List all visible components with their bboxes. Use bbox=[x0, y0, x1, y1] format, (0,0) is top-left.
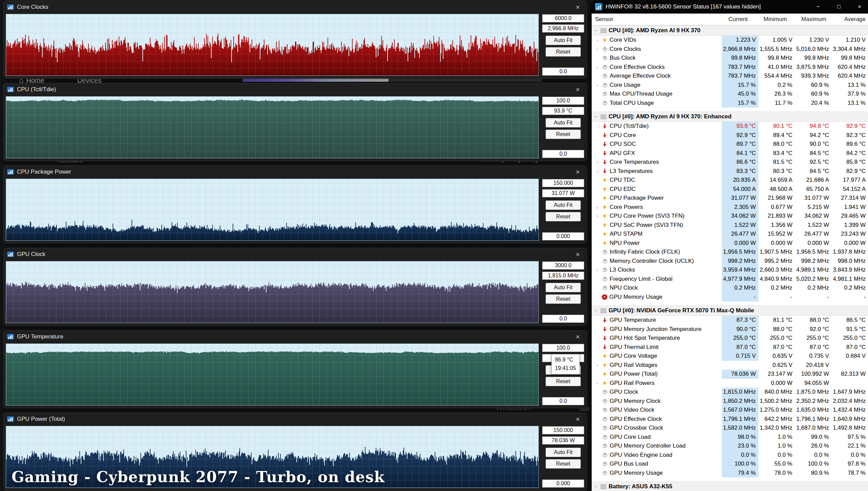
graph-titlebar[interactable]: CPU Package Power × bbox=[4, 166, 587, 178]
section-header[interactable]: ›CPU [#0]: AMD Ryzen AI 9 HX 370 bbox=[592, 25, 868, 36]
sensor-row[interactable]: ›GPU Rail Voltages0.625 V20.418 V bbox=[592, 361, 868, 370]
sensor-row[interactable]: ›Core Temperatures86.6 °C81.5 °C92.5 °C8… bbox=[592, 158, 868, 167]
sensor-row[interactable]: APU STAPM26.477 W15.952 W26.477 W23.243 … bbox=[592, 230, 868, 239]
column-sensor[interactable]: Sensor bbox=[592, 16, 711, 23]
sensor-row[interactable]: ›GPU Rail Powers0.000 W94.055 W bbox=[592, 379, 868, 388]
section-header[interactable]: ›GPU [#0]: NVIDIA GeForce RTX 5070 Ti Ma… bbox=[592, 306, 868, 316]
reset-button[interactable]: Reset bbox=[546, 294, 581, 304]
column-current[interactable]: Current bbox=[711, 16, 750, 23]
chevron-down-icon[interactable]: › bbox=[593, 114, 599, 119]
sensor-row[interactable]: ›Core Clocks2,966.8 MHz1,555.5 MHz5,016.… bbox=[592, 45, 868, 54]
graph-plot-area[interactable]: 86.9 °C19:41:05 bbox=[6, 343, 539, 406]
sensor-row[interactable]: GPU Memory Usage79.4 %78.0 %80.9 %78.7 % bbox=[592, 469, 868, 478]
chevron-right-icon[interactable]: › bbox=[595, 82, 600, 88]
sensor-row[interactable]: GPU Power (Total)78.036 W23.147 W100.992… bbox=[592, 370, 868, 379]
chevron-right-icon[interactable]: › bbox=[595, 169, 600, 174]
column-minimum[interactable]: Minimum bbox=[750, 16, 790, 23]
graph-plot-area[interactable] bbox=[6, 14, 539, 76]
graph-titlebar[interactable]: Core Clocks × bbox=[4, 1, 587, 13]
sensor-row[interactable]: NPU Power0.000 W0.000 W0.000 W0.000 W bbox=[592, 239, 868, 248]
chevron-right-icon[interactable]: › bbox=[595, 380, 600, 386]
column-average[interactable]: Average bbox=[829, 16, 868, 23]
sensor-row[interactable]: ×GPU Memory Usage---- bbox=[592, 293, 868, 302]
section-header[interactable]: ›CPU [#0]: AMD Ryzen AI 9 HX 370: Enhanc… bbox=[592, 112, 868, 122]
chevron-right-icon[interactable]: › bbox=[595, 64, 600, 70]
maximize-button[interactable]: □ bbox=[830, 0, 848, 14]
reset-button[interactable]: Reset bbox=[546, 212, 581, 221]
sensor-row[interactable]: CPU (Tctl/Tdie)93.9 °C90.1 °C94.8 °C92.9… bbox=[592, 122, 868, 131]
auto-fit-button[interactable]: Auto Fit bbox=[546, 448, 581, 457]
sensor-row[interactable]: APU GFX84.1 °C83.4 °C84.5 °C84.2 °C bbox=[592, 149, 868, 158]
close-icon[interactable]: × bbox=[572, 83, 584, 96]
chevron-down-icon[interactable]: › bbox=[593, 484, 599, 489]
chevron-right-icon[interactable]: › bbox=[595, 37, 600, 43]
sensor-row[interactable]: GPU Effective Clock1,796.1 MHz642.2 MHz1… bbox=[592, 415, 868, 424]
reset-button[interactable]: Reset bbox=[546, 47, 581, 57]
sensor-row[interactable]: ›Core Powers2.305 W0.677 W5.215 W1.941 W bbox=[592, 203, 868, 212]
chevron-right-icon[interactable]: › bbox=[595, 213, 600, 219]
graph-titlebar[interactable]: CPU (Tctl/Tdie) × bbox=[4, 83, 587, 96]
graph-titlebar[interactable]: GPU Clock × bbox=[4, 248, 587, 260]
close-icon[interactable]: × bbox=[572, 331, 584, 343]
sensor-row[interactable]: GPU Video Clock1,567.0 MHz1,275.0 MHz1,6… bbox=[592, 406, 868, 415]
sensor-row[interactable]: GPU Memory Controller Load23.0 %1.0 %26.… bbox=[592, 441, 868, 451]
chevron-right-icon[interactable]: › bbox=[595, 204, 600, 210]
sensor-row[interactable]: ›Core VIDs1.223 V1.005 V1.230 V1.210 V bbox=[592, 36, 868, 45]
sensor-row[interactable]: ›Core Effective Clocks783.7 MHz41.0 MHz3… bbox=[592, 63, 868, 72]
sensor-row[interactable]: GPU Core Voltage0.715 V0.635 V0.735 V0.6… bbox=[592, 352, 868, 361]
sensor-row[interactable]: Max CPU/Thread Usage45.0 %26.3 %60.9 %37… bbox=[592, 90, 868, 99]
chevron-right-icon[interactable]: › bbox=[595, 159, 600, 165]
graph-plot-area[interactable] bbox=[6, 96, 539, 158]
sensor-row[interactable]: CPU SoC Power (SVI3 TFN)1.522 W1.356 W1.… bbox=[592, 221, 868, 230]
sensor-row[interactable]: CPU Package Power31.077 W21.968 W31.077 … bbox=[592, 194, 868, 203]
sensor-row[interactable]: GPU Temperature87.3 °C81.1 °C88.0 °C86.5… bbox=[592, 316, 868, 325]
sensor-row[interactable]: Memory Controller Clock (UCLK)998.2 MHz9… bbox=[592, 257, 868, 266]
sensor-row[interactable]: ›CPU Core Power (SVI3 TFN)34.062 W21.893… bbox=[592, 212, 868, 221]
hwinfo-titlebar[interactable]: HWiNFO® 32 v8.16-5600 Sensor Status [167… bbox=[592, 0, 868, 14]
sensor-row[interactable]: GPU Memory Junction Temperature90.0 °C88… bbox=[592, 325, 868, 334]
graph-titlebar[interactable]: GPU Temperature × bbox=[4, 331, 587, 343]
graph-plot-area[interactable] bbox=[6, 179, 539, 241]
sensor-row[interactable]: GPU Bus Load100.0 %55.0 %100.0 %97.8 % bbox=[592, 459, 868, 469]
close-icon[interactable]: × bbox=[572, 166, 584, 178]
sensor-row[interactable]: CPU Core92.9 °C89.4 °C94.2 °C92.3 °C bbox=[592, 131, 868, 140]
sensor-row[interactable]: CPU EDC54.000 A48.500 A65.750 A54.152 A bbox=[592, 185, 868, 194]
graph-titlebar[interactable]: GPU Power (Total) × bbox=[4, 413, 587, 425]
auto-fit-button[interactable]: Auto Fit bbox=[546, 283, 581, 292]
close-icon[interactable]: × bbox=[572, 1, 584, 13]
chevron-right-icon[interactable]: › bbox=[595, 267, 600, 273]
column-maximum[interactable]: Maximum bbox=[790, 16, 829, 23]
sensor-row[interactable]: Total CPU Usage15.7 %11.7 %20.4 %13.1 % bbox=[592, 99, 868, 108]
auto-fit-button[interactable]: Auto Fit bbox=[546, 36, 581, 45]
sensor-row[interactable]: ›L3 Clocks3,959.4 MHz2,660.3 MHz4,989.1 … bbox=[592, 266, 868, 275]
chevron-right-icon[interactable]: › bbox=[595, 362, 600, 368]
sensor-row[interactable]: GPU Hot Spot Temperature255.0 °C255.0 °C… bbox=[592, 334, 868, 343]
sensor-row[interactable]: GPU Crossbar Clock1,582.0 MHz1,342.0 MHz… bbox=[592, 424, 868, 433]
graph-plot-area[interactable]: Gaming - Cyberpunk 2077 - Turbo, on desk bbox=[6, 426, 539, 488]
sensor-row[interactable]: ›Core Usage15.7 %0.2 %60.9 %13.1 % bbox=[592, 81, 868, 90]
close-icon[interactable]: × bbox=[572, 248, 584, 260]
sensor-row[interactable]: CPU SOC89.7 °C88.0 °C90.0 °C89.6 °C bbox=[592, 140, 868, 149]
auto-fit-button[interactable]: Auto Fit bbox=[546, 118, 581, 127]
sensor-row[interactable]: Frequency Limit - Global4,977.9 MHz4,840… bbox=[592, 275, 868, 284]
chevron-right-icon[interactable]: › bbox=[595, 46, 600, 52]
close-button[interactable]: × bbox=[851, 0, 868, 14]
sensor-row[interactable]: CPU TDC20.835 A14.659 A21.686 A17.977 A bbox=[592, 176, 868, 185]
reset-button[interactable]: Reset bbox=[546, 130, 581, 139]
sensor-row[interactable]: Average Effective Clock783.7 MHz554.4 MH… bbox=[592, 72, 868, 81]
sensor-row[interactable]: GPU Clock1,815.0 MHz840.0 MHz1,875.0 MHz… bbox=[592, 388, 868, 397]
sensor-row[interactable]: Infinity Fabric Clock (FCLK)1,956.5 MHz1… bbox=[592, 248, 868, 257]
chevron-down-icon[interactable]: › bbox=[593, 28, 599, 33]
reset-button[interactable]: Reset bbox=[546, 377, 581, 386]
minimize-button[interactable]: − bbox=[809, 0, 827, 14]
auto-fit-button[interactable]: Auto Fit bbox=[546, 200, 581, 210]
sensor-row[interactable]: Bus Clock99.8 MHz99.8 MHz99.8 MHz99.8 MH… bbox=[592, 54, 868, 63]
section-header[interactable]: ›Battery: ASUS A32-K55 bbox=[592, 482, 868, 491]
chevron-down-icon[interactable]: › bbox=[593, 308, 599, 313]
reset-button[interactable]: Reset bbox=[546, 459, 581, 469]
sensor-row[interactable]: ›L3 Temperatures83.3 °C80.3 °C84.5 °C82.… bbox=[592, 167, 868, 176]
sensor-row[interactable]: GPU Memory Clock1,850.2 MHz1,500.2 MHz2,… bbox=[592, 397, 868, 406]
sensor-row[interactable]: GPU Video Engine Load0.0 %0.0 %0.0 %0.0 … bbox=[592, 451, 868, 460]
graph-plot-area[interactable] bbox=[6, 261, 539, 323]
sensor-row[interactable]: NPU Clock0.2 MHz0.2 MHz0.2 MHz0.2 MHz bbox=[592, 283, 868, 293]
